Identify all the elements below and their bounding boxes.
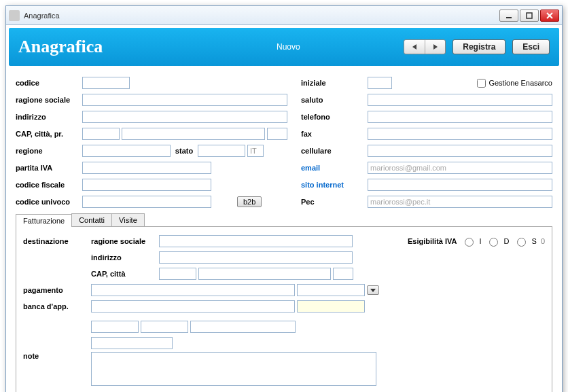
lbl-dest-indirizzo: indirizzo: [91, 253, 159, 262]
svg-marker-6: [370, 289, 376, 292]
lbl-dest-ragione-sociale: ragione sociale: [91, 237, 159, 245]
app-icon: [9, 10, 20, 21]
nav-prev-next: [404, 39, 446, 54]
page-title: Anagrafica: [18, 37, 277, 57]
lbl-esigibilita: Esigibilità IVA: [408, 237, 457, 245]
dest-indirizzo-input[interactable]: [159, 251, 353, 264]
pagamento-input[interactable]: [91, 284, 295, 296]
stato-code-input[interactable]: [247, 145, 264, 157]
pec-input[interactable]: [368, 196, 552, 208]
lbl-gestione-enasarco: Gestione Enasarco: [489, 79, 552, 87]
gestione-enasarco-checkbox[interactable]: [477, 79, 486, 88]
extra-input-4[interactable]: [91, 337, 173, 349]
lbl-regione: regione: [16, 147, 82, 155]
extra-input-3[interactable]: [190, 321, 296, 333]
stato-input[interactable]: [198, 145, 245, 157]
lbl-codice-fiscale: codice fiscale: [16, 181, 82, 189]
svg-marker-4: [412, 44, 416, 50]
codice-fiscale-input[interactable]: [82, 179, 211, 191]
lbl-ragione-sociale: ragione sociale: [16, 96, 82, 104]
codice-univoco-input[interactable]: [82, 196, 211, 208]
lbl-iniziale: iniziale: [301, 79, 368, 87]
next-button[interactable]: [425, 40, 445, 54]
tab-panel-fatturazione: destinazione ragione sociale Esigibilità…: [16, 226, 552, 392]
telefono-input[interactable]: [368, 111, 552, 123]
close-button[interactable]: [540, 10, 559, 22]
right-column: iniziale Gestione Enasarco saluto telefo…: [301, 75, 552, 209]
pagamento-extra-input[interactable]: [297, 284, 365, 296]
status-text: Nuovo: [277, 42, 404, 52]
lbl-saluto: saluto: [301, 96, 368, 104]
lbl-destinazione: destinazione: [23, 237, 91, 245]
tab-fatturazione[interactable]: Fatturazione: [16, 214, 72, 227]
lbl-banca: banca d'app.: [23, 302, 91, 310]
banca-input[interactable]: [91, 300, 295, 313]
fax-input[interactable]: [368, 128, 552, 140]
lbl-fax: fax: [301, 130, 368, 138]
tabstrip: Fatturazione Contatti Visite: [16, 213, 552, 226]
chevron-down-icon: [370, 287, 376, 293]
note-input[interactable]: [91, 352, 376, 386]
extra-input-2[interactable]: [141, 321, 188, 333]
lbl-indirizzo: indirizzo: [16, 113, 82, 121]
lbl-pec: Pec: [301, 198, 368, 206]
radio-esigibilita-i[interactable]: [465, 238, 474, 247]
provincia-input[interactable]: [267, 128, 287, 140]
dest-citta-input[interactable]: [198, 268, 331, 280]
pagamento-dropdown-button[interactable]: [367, 285, 379, 295]
lbl-cellulare: cellulare: [301, 147, 368, 155]
cellulare-input[interactable]: [368, 145, 552, 157]
radio-esigibilita-s[interactable]: [517, 238, 526, 247]
maximize-button[interactable]: [520, 10, 539, 22]
lbl-sito-internet[interactable]: sito internet: [301, 181, 368, 189]
partita-iva-input[interactable]: [82, 162, 211, 174]
dest-cap-input[interactable]: [159, 268, 196, 280]
extra-input-1[interactable]: [91, 321, 139, 333]
sito-internet-input[interactable]: [368, 179, 552, 191]
lbl-note: note: [23, 352, 91, 360]
registra-button[interactable]: Registra: [452, 39, 505, 54]
form-area: codice ragione sociale indirizzo CAP, ci…: [6, 69, 562, 212]
app-window: Anagrafica Anagrafica Nuovo Registra Esc…: [5, 5, 563, 392]
dest-ragione-sociale-input[interactable]: [159, 235, 353, 247]
prev-button[interactable]: [404, 40, 425, 54]
titlebar: Anagrafica: [6, 6, 562, 25]
lbl-codice: codice: [16, 79, 82, 87]
tabs: Fatturazione Contatti Visite destinazion…: [16, 213, 552, 392]
banca-extra-input[interactable]: [297, 300, 365, 313]
iniziale-input[interactable]: [368, 77, 392, 89]
minimize-button[interactable]: [499, 10, 518, 22]
lbl-cap-citta-pr: CAP, città, pr.: [16, 130, 82, 138]
tab-visite[interactable]: Visite: [111, 213, 145, 226]
esci-button[interactable]: Esci: [512, 39, 550, 54]
cap-input[interactable]: [82, 128, 120, 140]
lbl-codice-univoco: codice univoco: [16, 198, 82, 206]
window-title: Anagrafica: [24, 12, 498, 20]
saluto-input[interactable]: [368, 94, 552, 106]
page-header: Anagrafica Nuovo Registra Esci: [9, 28, 559, 66]
b2b-button[interactable]: b2b: [237, 196, 262, 207]
indirizzo-input[interactable]: [82, 111, 287, 123]
tab-contatti[interactable]: Contatti: [71, 213, 112, 226]
lbl-pagamento: pagamento: [23, 286, 91, 294]
svg-rect-1: [527, 13, 532, 18]
citta-input[interactable]: [122, 128, 265, 140]
email-input[interactable]: [368, 162, 552, 174]
esigibilita-group: Esigibilità IVA I D S 0: [408, 236, 545, 247]
lbl-stato: stato: [171, 147, 198, 155]
ragione-sociale-input[interactable]: [82, 94, 287, 106]
left-column: codice ragione sociale indirizzo CAP, ci…: [16, 75, 287, 209]
radio-esigibilita-d[interactable]: [489, 238, 498, 247]
dest-pr-input[interactable]: [333, 268, 353, 280]
lbl-dest-cap-citta: CAP, città: [91, 270, 159, 278]
svg-marker-5: [433, 44, 438, 50]
lbl-partita-iva: partita IVA: [16, 164, 82, 172]
codice-input[interactable]: [82, 77, 130, 89]
regione-input[interactable]: [82, 145, 171, 157]
lbl-email[interactable]: email: [301, 164, 368, 172]
lbl-telefono: telefono: [301, 113, 368, 121]
